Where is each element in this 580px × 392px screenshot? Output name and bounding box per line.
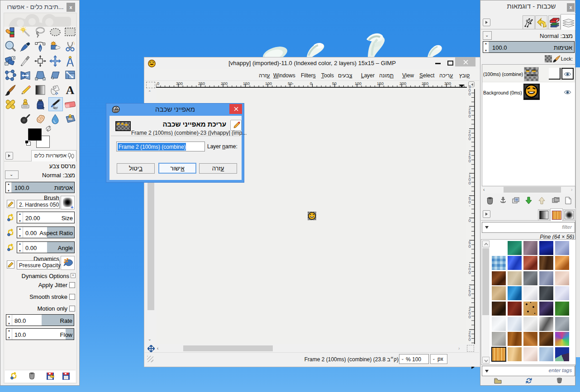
svg-text:A: A (66, 84, 75, 96)
